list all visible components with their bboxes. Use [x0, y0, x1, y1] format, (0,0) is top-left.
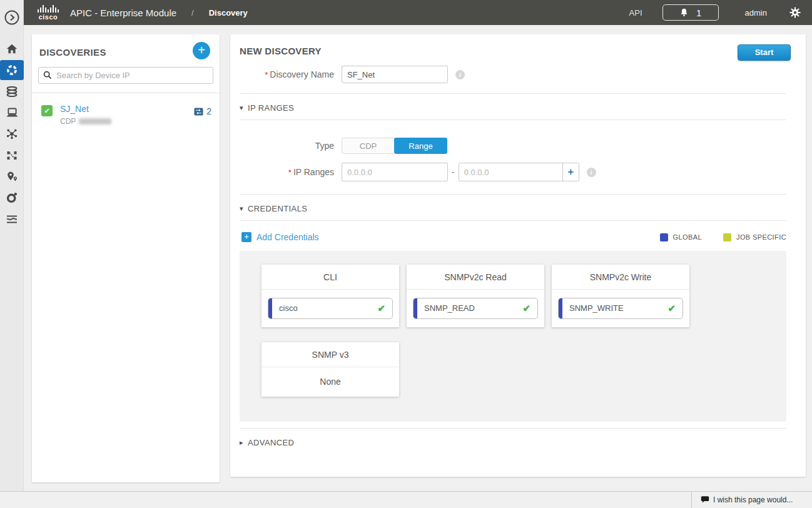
credentials-cards-region: CLI cisco ✔ SNMPv2c Read SNMP_READ ✔	[240, 251, 786, 422]
api-link[interactable]: API	[629, 8, 642, 18]
card-title: SNMP v3	[261, 342, 399, 367]
advanced-section-header[interactable]: ▸ ADVANCED	[230, 429, 806, 454]
collapse-triangle-icon: ▾	[240, 104, 243, 112]
discovery-item-name[interactable]: SJ_Net	[60, 104, 89, 114]
credential-value: SNMP_WRITE	[569, 298, 624, 318]
feedback-button[interactable]: I wish this page would...	[691, 492, 812, 508]
chevron-right-circle-icon	[4, 9, 20, 26]
add-credentials-plus-icon[interactable]: +	[241, 232, 251, 242]
left-nav-rail	[0, 0, 24, 491]
nav-devices[interactable]	[0, 103, 24, 123]
database-stack-icon	[6, 86, 18, 97]
topology-icon	[6, 128, 18, 140]
credentials-legend: GLOBAL JOB SPECIFIC	[660, 233, 786, 241]
nav-topology[interactable]	[0, 124, 24, 144]
nav-discovery[interactable]	[0, 60, 24, 80]
ip-range-from-input[interactable]	[342, 163, 448, 181]
nav-path-trace[interactable]	[0, 145, 24, 165]
collapse-triangle-icon: ▾	[240, 205, 243, 213]
info-icon[interactable]: i	[587, 168, 596, 177]
search-input[interactable]	[38, 67, 213, 84]
nav-home[interactable]	[0, 39, 24, 59]
divider	[240, 119, 786, 120]
check-icon: ✔	[377, 298, 385, 318]
page-title: NEW DISCOVERY	[240, 46, 322, 56]
search-icon	[43, 71, 52, 82]
discoveries-title: DISCOVERIES	[39, 47, 106, 58]
type-option-cdp[interactable]: CDP	[342, 138, 395, 154]
breadcrumb-page: Discovery	[209, 8, 248, 18]
card-title: CLI	[261, 265, 399, 290]
device-count: 2	[206, 106, 211, 116]
job-specific-swatch	[723, 233, 731, 241]
check-icon: ✔	[667, 298, 676, 318]
add-discovery-button[interactable]: +	[193, 42, 210, 59]
user-menu[interactable]: admin	[745, 8, 767, 18]
credential-chip[interactable]: cisco ✔	[268, 298, 393, 319]
global-swatch	[660, 233, 668, 241]
ip-ranges-section-header[interactable]: ▾ IP RANGES	[230, 94, 806, 119]
global-scope-bar	[268, 298, 272, 318]
global-scope-bar	[559, 298, 562, 318]
bell-icon	[679, 8, 689, 18]
breadcrumb-separator: /	[191, 8, 194, 18]
card-title: SNMPv2c Write	[552, 265, 689, 290]
notifications-button[interactable]: 1	[662, 4, 719, 21]
type-option-range[interactable]: Range	[394, 138, 447, 154]
nav-inventory[interactable]	[0, 81, 24, 101]
path-trace-icon	[6, 150, 18, 161]
start-button[interactable]: Start	[738, 44, 791, 61]
ip-ranges-section-title: IP RANGES	[248, 103, 294, 113]
add-credentials-link[interactable]: Add Credentials	[256, 232, 319, 242]
redacted-text	[79, 118, 111, 124]
add-ip-range-button[interactable]: +	[562, 163, 579, 181]
credential-card-snmpv2c-read: SNMPv2c Read SNMP_READ ✔	[407, 265, 544, 327]
required-asterisk: *	[288, 168, 292, 177]
card-title: SNMPv2c Read	[407, 265, 544, 290]
cisco-logo-text: cisco	[39, 13, 58, 21]
feedback-label: I wish this page would...	[713, 495, 793, 504]
discovery-type-toggle: CDP Range	[342, 138, 447, 154]
expand-triangle-icon: ▸	[240, 439, 243, 447]
new-discovery-panel: NEW DISCOVERY Start *Discovery Name i ▾ …	[230, 34, 806, 477]
app-title: APIC - Enterprise Module	[70, 8, 176, 18]
info-icon[interactable]: i	[455, 70, 465, 79]
notification-count-badge: 1	[696, 8, 701, 18]
expand-menu-button[interactable]	[0, 0, 24, 35]
advanced-section-title: ADVANCED	[248, 438, 294, 447]
discovery-name-label: *Discovery Name	[240, 69, 342, 79]
discovery-list-item[interactable]: ✔ SJ_Net CDP 2	[32, 93, 220, 135]
discovery-name-input[interactable]	[342, 66, 448, 83]
settings-gear-icon[interactable]	[789, 7, 801, 18]
nav-location[interactable]	[0, 166, 24, 186]
location-pins-icon	[7, 171, 18, 182]
ip-range-to-input[interactable]	[459, 163, 562, 181]
cisco-logo: cisco	[38, 5, 59, 21]
credentials-section-title: CREDENTIALS	[248, 204, 307, 213]
legend-job-specific: JOB SPECIFIC	[723, 233, 786, 241]
credentials-section-header[interactable]: ▾ CREDENTIALS	[230, 195, 806, 220]
check-icon: ✔	[522, 298, 530, 318]
credential-chip[interactable]: SNMP_READ ✔	[413, 298, 538, 319]
credential-empty-value: None	[261, 367, 399, 397]
credential-card-snmpv3: SNMP v3 None	[261, 342, 399, 397]
footer-bar: I wish this page would...	[0, 491, 812, 508]
home-icon	[6, 44, 18, 54]
required-asterisk: *	[265, 70, 268, 79]
credential-chip[interactable]: SNMP_WRITE ✔	[558, 298, 683, 319]
speech-bubble-icon	[701, 495, 709, 504]
discoveries-panel: DISCOVERIES + ✔ SJ_Net CDP 2	[32, 34, 220, 482]
top-header: cisco APIC - Enterprise Module / Discove…	[24, 0, 812, 25]
credential-card-snmpv2c-write: SNMPv2c Write SNMP_WRITE ✔	[552, 265, 689, 327]
range-separator: -	[452, 167, 455, 177]
type-label: Type	[240, 141, 342, 151]
nav-swim-lanes[interactable]	[0, 209, 24, 229]
checkbox-checked-icon[interactable]: ✔	[41, 105, 53, 116]
discovery-icon	[6, 64, 18, 76]
discovery-item-protocol: CDP	[60, 117, 76, 126]
swim-lanes-icon	[6, 215, 18, 224]
nav-analytics[interactable]	[0, 188, 24, 208]
laptop-icon	[6, 108, 18, 118]
ip-ranges-label: *IP Ranges	[240, 167, 342, 177]
credential-card-cli: CLI cisco ✔	[261, 265, 399, 327]
